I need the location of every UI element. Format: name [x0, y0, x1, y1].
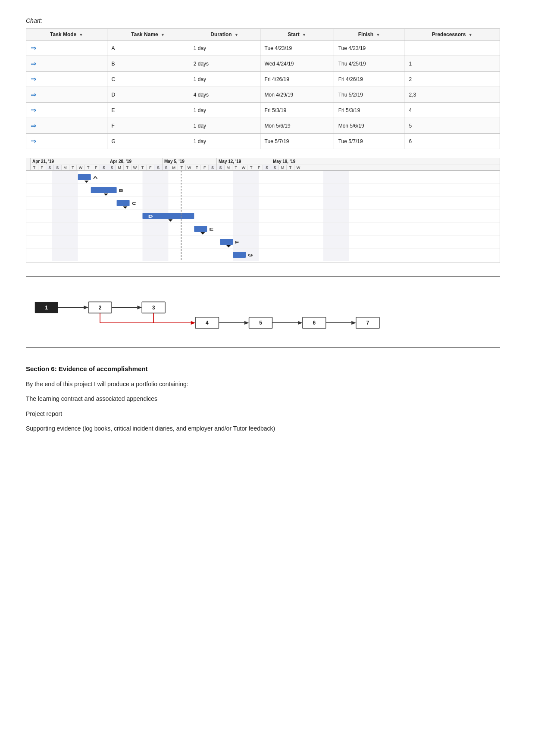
table-row: ⇒ C 1 day Fri 4/26/19 Fri 4/26/19 2 — [26, 72, 500, 87]
task-mode-icon: ⇒ — [31, 59, 36, 68]
section-6-heading: Section 6: Evidence of accomplishment — [26, 365, 509, 372]
col-finish[interactable]: Finish ▼ — [334, 29, 404, 41]
sort-arrow-duration: ▼ — [235, 33, 238, 37]
arrowhead-2-3 — [137, 306, 142, 309]
cell-task-name: F — [107, 118, 189, 134]
cell-predecessors: 6 — [404, 134, 500, 149]
svg-rect-9 — [233, 171, 259, 261]
cell-start: Tue 5/7/19 — [260, 134, 334, 149]
node-5-label: 5 — [259, 320, 262, 326]
bar-label-A: A — [93, 175, 98, 180]
task-mode-icon: ⇒ — [31, 44, 36, 52]
cell-duration: 1 day — [189, 134, 260, 149]
cell-predecessors — [404, 41, 500, 56]
bar-label-F: F — [235, 240, 239, 244]
task-mode-icon: ⇒ — [31, 75, 36, 83]
day-S2: S — [54, 165, 62, 170]
node-2-label: 2 — [99, 305, 102, 311]
gantt-table: Task Mode ▼ Task Name ▼ Duration ▼ Start… — [26, 28, 500, 149]
cell-finish: Thu 5/2/19 — [334, 87, 404, 103]
day-M1: M — [62, 165, 69, 170]
bar-label-C: C — [132, 201, 137, 206]
bar-C — [117, 200, 130, 206]
col-duration[interactable]: Duration ▼ — [189, 29, 260, 41]
day-T2: T — [69, 165, 77, 170]
cell-task-name: E — [107, 103, 189, 118]
bar-B — [91, 187, 117, 193]
cell-start: Wed 4/24/19 — [260, 56, 334, 72]
table-row: ⇒ E 1 day Fri 5/3/19 Fri 5/3/19 4 — [26, 103, 500, 118]
cell-duration: 4 days — [189, 87, 260, 103]
svg-rect-10 — [323, 171, 349, 261]
cell-duration: 1 day — [189, 41, 260, 56]
week-label-may19: May 19, '19 — [271, 158, 297, 165]
node-1-label: 1 — [45, 305, 48, 311]
cell-finish: Fri 4/26/19 — [334, 72, 404, 87]
cell-finish: Thu 4/25/19 — [334, 56, 404, 72]
svg-rect-2 — [26, 197, 500, 209]
sort-arrow-start: ▼ — [302, 33, 306, 37]
arrowhead-5-6 — [298, 321, 303, 325]
cell-predecessors: 2,3 — [404, 87, 500, 103]
cell-start: Tue 4/23/19 — [260, 41, 334, 56]
cell-mode: ⇒ — [26, 134, 107, 149]
sort-arrow-finish: ▼ — [376, 33, 380, 37]
task-mode-icon: ⇒ — [31, 106, 36, 114]
bar-label-D: D — [148, 214, 153, 219]
col-predecessors[interactable]: Predecessors ▼ — [404, 29, 500, 41]
cell-mode: ⇒ — [26, 72, 107, 87]
cell-finish: Fri 5/3/19 — [334, 103, 404, 118]
svg-rect-6 — [26, 248, 500, 261]
cell-predecessors: 5 — [404, 118, 500, 134]
cell-finish: Mon 5/6/19 — [334, 118, 404, 134]
cell-start: Mon 4/29/19 — [260, 87, 334, 103]
cell-task-name: B — [107, 56, 189, 72]
cell-task-name: G — [107, 134, 189, 149]
cell-predecessors: 1 — [404, 56, 500, 72]
svg-rect-3 — [26, 209, 500, 222]
network-diagram-area: 1 2 3 4 5 6 — [26, 276, 500, 348]
node-7-label: 7 — [366, 320, 369, 326]
cell-start: Fri 5/3/19 — [260, 103, 334, 118]
arrowhead-2-4 — [191, 321, 196, 325]
chart-label: Chart: — [26, 17, 509, 24]
day-W1: W — [77, 165, 84, 170]
section-6-para-3: Project report — [26, 409, 509, 419]
bar-A — [78, 174, 91, 180]
cell-task-name: C — [107, 72, 189, 87]
cell-duration: 1 day — [189, 118, 260, 134]
table-row: ⇒ F 1 day Mon 5/6/19 Mon 5/6/19 5 — [26, 118, 500, 134]
week-label-apr21: Apr 21, '19 — [31, 158, 108, 165]
cell-mode: ⇒ — [26, 56, 107, 72]
cell-duration: 1 day — [189, 72, 260, 87]
gantt-chart-area: Apr 21, '19 Apr 28, '19 May 5, '19 May 1… — [26, 158, 500, 263]
task-mode-icon: ⇒ — [31, 137, 36, 145]
col-task-mode[interactable]: Task Mode ▼ — [26, 29, 107, 41]
col-task-name[interactable]: Task Name ▼ — [107, 29, 189, 41]
table-row: ⇒ A 1 day Tue 4/23/19 Tue 4/23/19 — [26, 41, 500, 56]
cell-task-name: A — [107, 41, 189, 56]
bar-label-B: B — [119, 188, 124, 193]
week-label-may12: May 12, '19 — [217, 158, 271, 165]
cell-finish: Tue 4/23/19 — [334, 41, 404, 56]
section-6-body: By the end of this project I will produc… — [26, 379, 509, 434]
bar-F — [220, 239, 233, 245]
week-label-may5: May 5, '19 — [163, 158, 217, 165]
table-row: ⇒ G 1 day Tue 5/7/19 Tue 5/7/19 6 — [26, 134, 500, 149]
arrowhead-4-5 — [244, 321, 249, 325]
svg-rect-4 — [26, 222, 500, 235]
svg-rect-7 — [52, 171, 78, 261]
section-6-para-4: Supporting evidence (log books, critical… — [26, 424, 509, 433]
cell-predecessors: 2 — [404, 72, 500, 87]
cell-duration: 1 day — [189, 103, 260, 118]
cell-task-name: D — [107, 87, 189, 103]
task-mode-icon: ⇒ — [31, 122, 36, 130]
col-start[interactable]: Start ▼ — [260, 29, 334, 41]
day-T1: T — [31, 165, 38, 170]
bar-label-E: E — [209, 227, 213, 231]
cell-start: Mon 5/6/19 — [260, 118, 334, 134]
day-S1: S — [46, 165, 54, 170]
network-svg: 1 2 3 4 5 6 — [30, 285, 496, 337]
cell-predecessors: 4 — [404, 103, 500, 118]
sort-arrow-task-name: ▼ — [161, 33, 165, 37]
